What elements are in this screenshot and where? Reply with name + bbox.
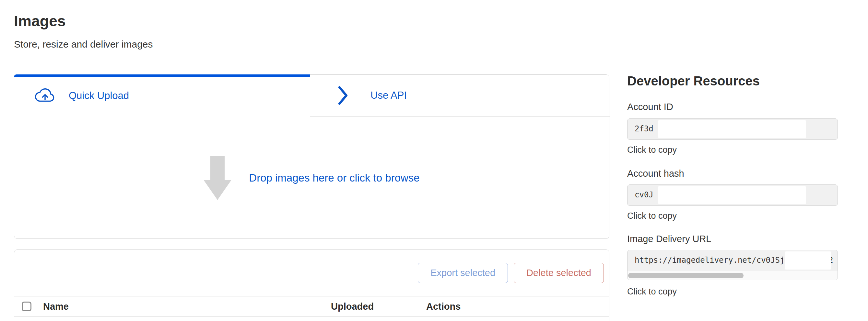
- select-all-checkbox[interactable]: [22, 301, 31, 311]
- image-dropzone[interactable]: Drop images here or click to browse: [14, 117, 609, 239]
- url-horizontal-scrollbar: [627, 271, 838, 280]
- bulk-actions-row: Export selected Delete selected: [14, 250, 609, 296]
- image-delivery-url-field[interactable]: https://imagedelivery.net/cv0JSj 2: [627, 250, 838, 280]
- column-header-name: Name: [43, 296, 69, 317]
- dropzone-label: Drop images here or click to browse: [249, 172, 420, 184]
- page-subtitle: Store, resize and deliver images: [14, 39, 153, 50]
- column-header-actions: Actions: [426, 296, 461, 317]
- redaction-overlay: [658, 120, 806, 138]
- delete-selected-button[interactable]: Delete selected: [514, 263, 604, 283]
- tab-quick-upload[interactable]: Quick Upload: [14, 75, 310, 117]
- column-header-uploaded: Uploaded: [331, 296, 374, 317]
- account-id-copy-hint[interactable]: Click to copy: [627, 145, 677, 155]
- upload-card: Quick Upload Use API Drop images here or…: [14, 74, 609, 239]
- account-id-label: Account ID: [627, 102, 673, 112]
- tab-use-api[interactable]: Use API: [310, 75, 610, 116]
- cloud-upload-icon: [34, 87, 56, 104]
- images-dashboard-page: Images Store, resize and deliver images …: [0, 0, 868, 321]
- redaction-overlay: [785, 251, 831, 270]
- down-arrow-icon: [204, 156, 231, 200]
- url-scrollbar-thumb[interactable]: [628, 273, 744, 278]
- image-delivery-url-label: Image Delivery URL: [627, 234, 711, 244]
- image-delivery-url-value: https://imagedelivery.net/cv0JSj: [634, 250, 784, 270]
- tab-quick-upload-label: Quick Upload: [69, 90, 129, 102]
- account-hash-value: cv0J: [634, 185, 653, 205]
- page-title: Images: [14, 12, 66, 30]
- account-hash-copy-hint[interactable]: Click to copy: [627, 211, 677, 221]
- image-delivery-url-copy-hint[interactable]: Click to copy: [627, 287, 677, 297]
- account-hash-field[interactable]: cv0J: [627, 184, 838, 206]
- redaction-overlay: [658, 186, 806, 204]
- image-list-card: Export selected Delete selected Name Upl…: [14, 249, 609, 321]
- tab-use-api-label: Use API: [370, 90, 407, 101]
- export-selected-button[interactable]: Export selected: [418, 263, 508, 283]
- account-id-value: 2f3d: [634, 119, 653, 139]
- account-hash-label: Account hash: [627, 168, 684, 179]
- image-table-header: Name Uploaded Actions: [14, 296, 609, 317]
- url-text-area: https://imagedelivery.net/cv0JSj 2: [627, 250, 838, 271]
- chevron-right-icon: [336, 85, 349, 106]
- account-id-field[interactable]: 2f3d: [627, 118, 838, 140]
- developer-resources-heading: Developer Resources: [627, 74, 760, 88]
